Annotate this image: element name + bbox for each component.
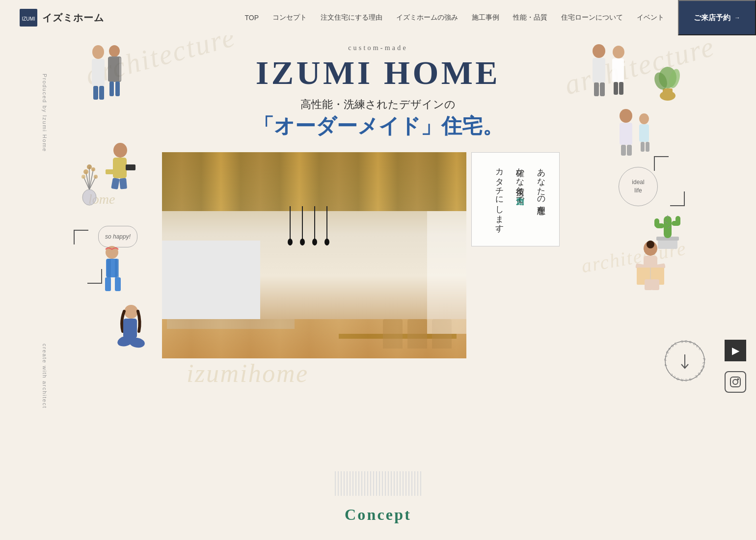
concept-section: Concept xyxy=(0,442,756,534)
svg-rect-17 xyxy=(614,82,618,95)
person-parent-child xyxy=(609,108,658,157)
cactus-plant xyxy=(650,206,685,250)
kitchen-cabinet xyxy=(162,241,260,319)
bracket-top-left xyxy=(654,156,669,171)
hero-subtitle: 高性能・洗練されたデザインの xyxy=(206,97,550,112)
svg-rect-74 xyxy=(675,216,680,225)
svg-point-82 xyxy=(733,379,738,384)
sidebar-left-top: Produced by Izumi Home xyxy=(42,74,48,152)
text-overlay-box: あなたの理想を、 確かな技術と創造力で、 カタチにします。 xyxy=(471,152,560,246)
logo-text: イズミホーム xyxy=(42,11,104,25)
svg-point-47 xyxy=(81,175,85,179)
person-couple-top-left xyxy=(81,43,130,107)
sidebar-left-bottom: create with architect xyxy=(42,344,48,408)
svg-point-24 xyxy=(620,109,632,123)
nav-top[interactable]: TOP xyxy=(244,14,259,22)
window-light xyxy=(427,211,466,334)
nav-loan[interactable]: 住宅ローンについて xyxy=(561,13,623,22)
svg-rect-36 xyxy=(111,178,120,189)
overlay-line1: あなたの理想を、 xyxy=(537,162,546,217)
nav-quality[interactable]: 性能・品質 xyxy=(513,13,547,22)
dried-flowers xyxy=(76,162,103,206)
svg-rect-35 xyxy=(106,169,114,174)
hero-center-content: custom-made IZUMI HOME 高性能・洗練されたデザインの 「オ… xyxy=(206,44,550,138)
svg-text:IZUMI: IZUMI xyxy=(22,16,35,22)
svg-point-2 xyxy=(92,45,104,59)
person-child-playing xyxy=(93,245,133,295)
svg-rect-53 xyxy=(105,277,111,291)
bracket-left-top xyxy=(74,230,88,244)
svg-rect-18 xyxy=(619,82,623,95)
svg-point-55 xyxy=(124,305,138,319)
svg-rect-7 xyxy=(108,57,120,81)
youtube-icon[interactable]: ▶ xyxy=(725,340,746,361)
svg-point-11 xyxy=(593,44,605,58)
pendant-light-2 xyxy=(302,206,303,245)
concept-title: Concept xyxy=(0,506,756,524)
hero-section: architecture architecture izumihome arch… xyxy=(0,0,756,442)
nav-works[interactable]: 施工事例 xyxy=(472,13,499,22)
decorative-lines xyxy=(0,461,756,506)
overlay-line2: 確かな技術と xyxy=(516,162,525,190)
svg-rect-51 xyxy=(107,259,111,278)
scroll-svg: PLEASE SCROLL · PLEASE SCROLL · PLEASE S… xyxy=(663,339,707,383)
instagram-icon[interactable] xyxy=(725,371,746,393)
svg-rect-3 xyxy=(92,59,105,86)
svg-point-32 xyxy=(113,143,127,158)
svg-rect-54 xyxy=(115,277,121,291)
nav-reason[interactable]: 注文住宅にする理由 xyxy=(321,13,382,22)
svg-rect-56 xyxy=(123,319,137,338)
svg-rect-26 xyxy=(621,145,626,156)
custom-made-label: custom-made xyxy=(206,44,550,52)
bracket-bottom-right xyxy=(670,191,685,206)
svg-point-15 xyxy=(613,46,624,58)
nav-event[interactable]: イベント xyxy=(637,13,664,22)
plant-vase xyxy=(653,64,682,103)
svg-point-44 xyxy=(83,169,88,174)
pendant-light-3 xyxy=(314,206,315,245)
svg-rect-25 xyxy=(620,123,632,145)
watermark-izumihome-1: izumihome xyxy=(187,359,309,388)
svg-rect-52 xyxy=(115,259,119,278)
person-family-top-right xyxy=(579,43,638,102)
svg-rect-12 xyxy=(593,58,605,82)
svg-line-40 xyxy=(89,169,93,189)
nav-concept[interactable]: コンセプト xyxy=(272,13,307,22)
ideal-text: ideallife xyxy=(632,178,644,195)
hero-title: IZUMI HOME xyxy=(206,56,550,89)
person-girl-sitting xyxy=(110,304,152,353)
svg-rect-66 xyxy=(645,279,652,290)
overlay-line3: カタチにします。 xyxy=(495,162,504,236)
svg-rect-37 xyxy=(119,178,127,189)
svg-point-48 xyxy=(94,175,98,179)
nav-strength[interactable]: イズミホームの強み xyxy=(396,13,458,22)
svg-point-45 xyxy=(91,167,95,171)
kitchen-ceiling xyxy=(162,152,466,211)
svg-rect-72 xyxy=(654,218,659,227)
reservation-button[interactable]: ご来店予約 → xyxy=(678,0,756,35)
svg-rect-20 xyxy=(663,88,673,99)
svg-rect-30 xyxy=(641,142,645,152)
svg-rect-13 xyxy=(594,82,599,96)
logo-icon: IZUMI xyxy=(20,9,37,27)
svg-rect-9 xyxy=(109,81,114,96)
logo-area: IZUMI イズミホーム xyxy=(20,9,104,27)
hero-tagline: 「オーダーメイド」住宅。 xyxy=(206,114,550,138)
svg-point-38 xyxy=(82,189,96,205)
cta-arrow-icon: → xyxy=(734,14,740,21)
person-sitting-phone xyxy=(98,142,142,191)
svg-point-46 xyxy=(87,164,92,169)
svg-rect-27 xyxy=(627,145,632,156)
scroll-circle: PLEASE SCROLL · PLEASE SCROLL · PLEASE S… xyxy=(663,339,707,383)
svg-rect-67 xyxy=(651,279,659,290)
pendant-light-4 xyxy=(326,206,327,245)
svg-rect-5 xyxy=(99,86,104,100)
svg-rect-10 xyxy=(115,81,120,96)
header: IZUMI イズミホーム TOP コンセプト 注文住宅にする理由 イズミホームの… xyxy=(0,0,756,35)
ideal-life-bubble: ideallife xyxy=(619,167,658,206)
pendant-light-1 xyxy=(290,206,291,245)
svg-point-28 xyxy=(639,113,649,124)
happy-bubble: so happy! xyxy=(98,226,137,247)
svg-rect-4 xyxy=(93,86,98,100)
svg-point-83 xyxy=(738,379,739,380)
